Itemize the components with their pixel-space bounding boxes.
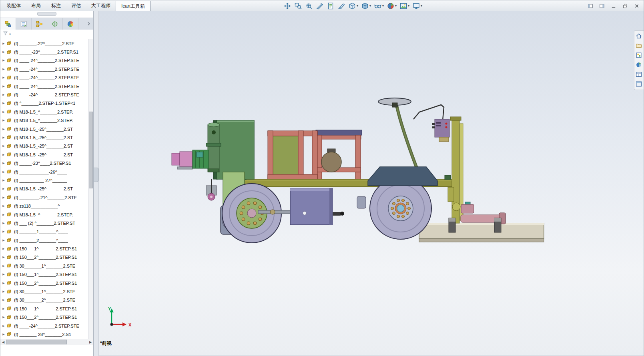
menu-tab-6[interactable]: Ican工具箱 — [116, 1, 150, 11]
edit-appearance-icon[interactable]: ▾ — [386, 2, 397, 10]
tree-item[interactable]: ▶(f) M18-1.5_-25^_______2.ST — [1, 150, 88, 159]
tree-item[interactable]: ▶(f) _______-28^_______2.S1 — [1, 330, 88, 338]
dropdown-caret-icon[interactable]: ▾ — [421, 4, 422, 8]
panel-splitter[interactable] — [94, 11, 99, 356]
splitter-handle[interactable] — [94, 168, 98, 182]
view-settings-icon[interactable]: ▾ — [412, 2, 423, 10]
expand-chevron-icon[interactable]: ▶ — [1, 119, 6, 122]
tree-item[interactable]: ▶(f) ____-24^_______2.STEP.STE — [1, 322, 88, 330]
expand-chevron-icon[interactable]: ▶ — [1, 136, 6, 139]
filter-caret-icon[interactable]: ▾ — [9, 33, 11, 36]
tree-item[interactable]: ▶(f) zs118___________^ — [1, 202, 88, 210]
tree-item[interactable]: ▶(f) ___ (2) ^_______2.STEP.ST — [1, 219, 88, 227]
horizontal-scroll-thumb[interactable] — [6, 340, 67, 344]
panel-expand-icon[interactable] — [84, 18, 93, 30]
expand-chevron-icon[interactable]: ▶ — [1, 290, 6, 293]
hide-show-items-icon[interactable]: ▾ — [373, 2, 384, 10]
expand-chevron-icon[interactable]: ▶ — [1, 110, 6, 114]
tree-item[interactable]: ▶(f) ^_______2.STEP-1.STEP<1 — [1, 99, 88, 108]
model-frame-right[interactable] — [316, 130, 362, 180]
menu-tab-2[interactable]: 布局 — [26, 0, 46, 11]
panel-tab-featuremanager[interactable] — [0, 18, 16, 30]
tree-item[interactable]: ▶(f) ________-21^_______2.STE — [1, 193, 88, 202]
expand-chevron-icon[interactable]: ▶ — [1, 162, 6, 165]
dropdown-caret-icon[interactable]: ▾ — [369, 4, 371, 8]
tree-item[interactable]: ▶(f) M18-1.5_-25^_______2.ST — [1, 125, 88, 133]
tree-item[interactable]: ▶(f) ____-24^_______2.STEP.STE — [1, 74, 88, 82]
custom-properties-icon[interactable] — [635, 80, 643, 88]
tree-item[interactable]: ▶(f) 150___1^_______2.STEP.S1 — [1, 244, 88, 253]
apply-scene-icon[interactable]: ▾ — [399, 2, 410, 10]
tree-item[interactable]: ▶(f) _______2_______^____ — [1, 236, 88, 244]
restore-button[interactable] — [622, 2, 629, 10]
expand-chevron-icon[interactable]: ▶ — [1, 307, 6, 310]
expand-chevron-icon[interactable]: ▶ — [1, 50, 6, 54]
expand-chevron-icon[interactable]: ▶ — [1, 59, 6, 62]
horizontal-scroll-track[interactable] — [6, 339, 88, 345]
expand-chevron-icon[interactable]: ▶ — [1, 247, 6, 250]
model-pulley[interactable] — [206, 179, 217, 200]
expand-chevron-icon[interactable]: ▶ — [1, 187, 6, 190]
model-axle-joint[interactable] — [270, 210, 275, 214]
model-magenta-motor[interactable] — [172, 152, 193, 169]
model-engine-tank[interactable] — [321, 149, 341, 172]
tree-item[interactable]: ▶(f) ____-24^_______2.STEP.STE — [1, 56, 88, 65]
expand-chevron-icon[interactable]: ▶ — [1, 230, 6, 233]
tree-item[interactable]: ▶(f) M18-1.5_^_______2.STEP. — [1, 210, 88, 219]
tree-item[interactable]: ▶(f) ____-24^_______2.STEP.STE — [1, 90, 88, 99]
model-axle[interactable] — [258, 210, 293, 214]
tree-item[interactable]: ▶(f) ____-24^_______2.STEP.STE — [1, 65, 88, 73]
panel-tab-configurationmanager[interactable] — [32, 18, 47, 30]
dropdown-caret-icon[interactable]: ▾ — [382, 4, 384, 8]
panel-collapse-handle[interactable] — [37, 12, 56, 16]
tree-item[interactable]: ▶(f) 150___2^_______2.STEP.S1 — [1, 253, 88, 262]
tree-item[interactable]: ▶(f) _____-23^_______2.STEP.S1 — [1, 48, 88, 56]
tree-item[interactable]: ▶(f) _______-22^_______2.STE — [1, 39, 88, 48]
expand-chevron-icon[interactable]: ▶ — [1, 324, 6, 328]
expand-chevron-icon[interactable]: ▶ — [1, 239, 6, 242]
annotations-icon[interactable] — [326, 2, 335, 10]
expand-chevron-icon[interactable]: ▶ — [1, 213, 6, 216]
tree-item[interactable]: ▶(f) M18-1.5_-25^_______2.ST — [1, 185, 88, 193]
expand-chevron-icon[interactable]: ▶ — [1, 68, 6, 71]
tree-item[interactable]: ▶(f) ____________-26^____ — [1, 168, 88, 176]
model-purple-box[interactable] — [290, 188, 344, 225]
model-clamp-left[interactable] — [449, 218, 455, 232]
tree-item[interactable]: ▶(f) M18-1.5_-25^_______2.ST — [1, 133, 88, 142]
dropdown-caret-icon[interactable]: ▾ — [408, 4, 409, 8]
model-fender[interactable] — [368, 167, 437, 186]
expand-chevron-icon[interactable]: ▶ — [1, 222, 6, 225]
view-palette-icon[interactable] — [635, 71, 643, 78]
display-style-icon[interactable]: ▾ — [361, 2, 371, 10]
tree-item[interactable]: ▶(f) 30_______2^_______2.STE — [1, 296, 88, 304]
expand-chevron-icon[interactable]: ▶ — [1, 264, 6, 268]
previous-view-icon[interactable] — [305, 2, 313, 10]
tree-item[interactable]: ▶(f) _____-23^____2.STEP.S1 — [1, 159, 88, 167]
model-gear-unit[interactable] — [193, 150, 209, 168]
vertical-scroll-thumb[interactable] — [89, 112, 93, 188]
expand-chevron-icon[interactable]: ▶ — [1, 204, 6, 208]
dropdown-caret-icon[interactable]: ▾ — [357, 4, 358, 8]
expand-chevron-icon[interactable]: ▶ — [1, 153, 6, 156]
trim-icon[interactable] — [337, 2, 346, 10]
expand-chevron-icon[interactable]: ▶ — [1, 256, 6, 259]
tree-item[interactable]: ▶(f) M18-1.5_-25^_______2.ST — [1, 142, 88, 150]
tree-item[interactable]: ▶(f) M18-1.5_^_______2.STEP. — [1, 116, 88, 125]
minimize-button[interactable] — [610, 2, 617, 10]
zoom-area-icon[interactable] — [294, 2, 303, 10]
tree-item[interactable]: ▶(f) 150___2^_______2.STEP.S1 — [1, 313, 88, 322]
pane-right-button[interactable] — [598, 2, 606, 10]
model-screed-board[interactable] — [419, 223, 544, 242]
home-icon[interactable] — [635, 32, 643, 40]
menu-tab-4[interactable]: 评估 — [66, 0, 86, 11]
tree-item[interactable]: ▶(f) 150___1^_______2.STEP.S1 — [1, 304, 88, 313]
tree-item[interactable]: ▶(f) 150___1^_______2.STEP.S1 — [1, 270, 88, 279]
expand-chevron-icon[interactable]: ▶ — [1, 333, 6, 336]
menu-tab-3[interactable]: 标注 — [46, 0, 66, 11]
tree-item[interactable]: ▶(f) 150___2^_______2.STEP.S1 — [1, 279, 88, 287]
expand-chevron-icon[interactable]: ▶ — [1, 85, 6, 88]
expand-chevron-icon[interactable]: ▶ — [1, 298, 6, 302]
tree-horizontal-scrollbar[interactable]: ◀ ▶ — [0, 339, 93, 345]
zoom-to-fit-icon[interactable] — [283, 2, 292, 10]
scroll-right-arrow[interactable]: ▶ — [88, 340, 93, 344]
